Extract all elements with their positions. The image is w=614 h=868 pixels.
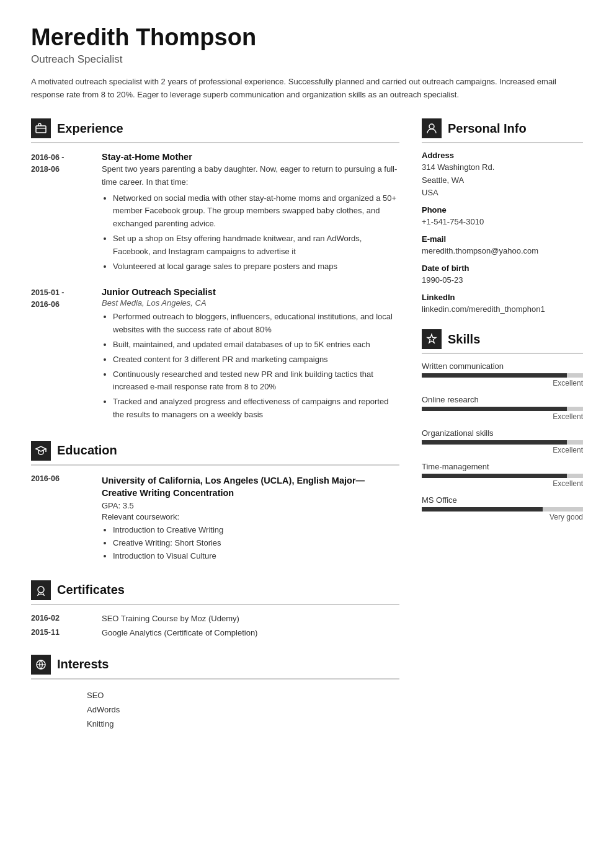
- resume-header: Meredith Thompson Outreach Specialist A …: [31, 25, 583, 101]
- edu-entry-1: 2016-06 University of California, Los An…: [31, 474, 399, 563]
- right-column: Personal Info Address 314 Washington Rd.…: [422, 118, 583, 748]
- experience-header: Experience: [31, 118, 399, 143]
- skill-level-time-mgmt: Excellent: [422, 479, 583, 488]
- education-title: Education: [57, 443, 117, 458]
- svg-rect-0: [36, 126, 46, 133]
- interests-section: Interests SEO AdWords Knitting: [31, 655, 399, 731]
- interests-title: Interests: [57, 657, 109, 671]
- list-item: Introduction to Visual Culture: [113, 550, 399, 563]
- svg-point-5: [429, 124, 434, 129]
- edu-coursework-label: Relevant coursework:: [102, 512, 399, 521]
- list-item: Volunteered at local garage sales to pre…: [113, 260, 399, 273]
- skill-name-ms-office: MS Office: [422, 495, 583, 505]
- list-item: Performed outreach to bloggers, influenc…: [113, 311, 399, 337]
- skill-bar-fill-written-comm: [422, 373, 567, 378]
- skill-ms-office: MS Office Very good: [422, 495, 583, 521]
- cert-entry-1: 2016-02 SEO Training Course by Moz (Udem…: [31, 614, 399, 623]
- info-phone-label: Phone: [422, 205, 583, 215]
- edu-gpa-1: GPA: 3.5: [102, 501, 399, 510]
- skill-bar-bg-time-mgmt: [422, 474, 583, 478]
- svg-point-2: [38, 587, 44, 593]
- skill-level-written-comm: Excellent: [422, 379, 583, 388]
- info-address: Address 314 Washington Rd.Seattle, WAUSA: [422, 151, 583, 198]
- experience-title: Experience: [57, 122, 123, 136]
- info-dob-label: Date of birth: [422, 264, 583, 273]
- candidate-title: Outreach Specialist: [31, 53, 583, 66]
- skill-level-ms-office: Very good: [422, 513, 583, 521]
- skills-header: Skills: [422, 329, 583, 354]
- skills-icon: [422, 329, 442, 349]
- list-item: Built, maintained, and updated email dat…: [113, 339, 399, 352]
- exp-company-2: Best Media, Los Angeles, CA: [102, 298, 399, 308]
- edu-bullets-1: Introduction to Creative Writing Creativ…: [102, 524, 399, 562]
- skill-time-mgmt: Time-management Excellent: [422, 462, 583, 488]
- list-item: Set up a shop on Etsy offering handmade …: [113, 232, 399, 259]
- skill-name-written-comm: Written communication: [422, 361, 583, 371]
- skill-bar-bg-ms-office: [422, 507, 583, 512]
- list-item: Introduction to Creative Writing: [113, 524, 399, 537]
- certificates-icon: [31, 580, 51, 600]
- info-linkedin-label: LinkedIn: [422, 293, 583, 302]
- edu-date-1: 2016-06: [31, 474, 87, 563]
- skill-written-comm: Written communication Excellent: [422, 361, 583, 388]
- exp-bullets-1: Networked on social media with other sta…: [102, 192, 399, 273]
- certificates-section: Certificates 2016-02 SEO Training Course…: [31, 580, 399, 637]
- experience-section: Experience 2016-06 -2018-06 Stay-at-Home…: [31, 118, 399, 423]
- exp-date-2: 2015-01 -2016-06: [31, 287, 87, 423]
- info-email-label: E-mail: [422, 234, 583, 244]
- education-header: Education: [31, 441, 399, 466]
- cert-name-1: SEO Training Course by Moz (Udemy): [102, 614, 239, 623]
- list-item: Networked on social media with other sta…: [113, 192, 399, 231]
- list-item: Tracked and analyzed progress and effect…: [113, 396, 399, 422]
- skill-org-skills: Organizational skills Excellent: [422, 428, 583, 454]
- interests-list: SEO AdWords Knitting: [31, 688, 399, 731]
- skill-name-online-research: Online research: [422, 395, 583, 404]
- education-icon: [31, 441, 51, 461]
- skill-level-online-research: Excellent: [422, 412, 583, 421]
- exp-date-1: 2016-06 -2018-06: [31, 152, 87, 275]
- personal-info-section: Personal Info Address 314 Washington Rd.…: [422, 118, 583, 316]
- certificates-title: Certificates: [57, 583, 125, 597]
- skill-online-research: Online research Excellent: [422, 395, 583, 421]
- main-layout: Experience 2016-06 -2018-06 Stay-at-Home…: [31, 118, 583, 748]
- candidate-summary: A motivated outreach specialist with 2 y…: [31, 76, 583, 102]
- skill-bar-fill-online-research: [422, 407, 567, 411]
- personal-info-header: Personal Info: [422, 118, 583, 143]
- info-phone: Phone +1-541-754-3010: [422, 205, 583, 228]
- education-section: Education 2016-06 University of Californ…: [31, 441, 399, 563]
- personal-info-title: Personal Info: [448, 122, 527, 136]
- cert-date-2: 2015-11: [31, 628, 87, 637]
- skills-title: Skills: [448, 332, 480, 347]
- skill-bar-fill-time-mgmt: [422, 474, 567, 478]
- exp-entry-1: 2016-06 -2018-06 Stay-at-Home Mother Spe…: [31, 152, 399, 275]
- skill-bar-fill-org-skills: [422, 440, 567, 445]
- edu-school-1: University of California, Los Angeles (U…: [102, 474, 399, 500]
- exp-job-title-2: Junior Outreach Specialist: [102, 287, 399, 297]
- cert-name-2: Google Analytics (Certificate of Complet…: [102, 628, 257, 637]
- skills-section: Skills Written communication Excellent O…: [422, 329, 583, 521]
- skill-bar-fill-ms-office: [422, 507, 543, 512]
- info-linkedin-value: linkedin.com/meredith_thomphon1: [422, 303, 583, 316]
- certificates-header: Certificates: [31, 580, 399, 605]
- skill-level-org-skills: Excellent: [422, 446, 583, 454]
- left-column: Experience 2016-06 -2018-06 Stay-at-Home…: [31, 118, 399, 748]
- info-dob-value: 1990-05-23: [422, 274, 583, 286]
- cert-entry-2: 2015-11 Google Analytics (Certificate of…: [31, 628, 399, 637]
- interest-item-adwords: AdWords: [31, 702, 399, 717]
- interests-header: Interests: [31, 655, 399, 680]
- info-email: E-mail meredith.thompson@yahoo.com: [422, 234, 583, 257]
- list-item: Creative Writing: Short Stories: [113, 537, 399, 550]
- interest-item-knitting: Knitting: [31, 717, 399, 731]
- skill-bar-bg-written-comm: [422, 373, 583, 378]
- personal-info-icon: [422, 118, 442, 138]
- skill-name-org-skills: Organizational skills: [422, 428, 583, 438]
- info-phone-value: +1-541-754-3010: [422, 216, 583, 228]
- exp-content-1: Stay-at-Home Mother Spent two years pare…: [102, 152, 399, 275]
- info-dob: Date of birth 1990-05-23: [422, 264, 583, 286]
- list-item: Continuously researched and tested new P…: [113, 368, 399, 394]
- list-item: Created content for 3 different PR and m…: [113, 353, 399, 366]
- exp-content-2: Junior Outreach Specialist Best Media, L…: [102, 287, 399, 423]
- candidate-name: Meredith Thompson: [31, 25, 583, 51]
- exp-job-title-1: Stay-at-Home Mother: [102, 152, 399, 162]
- exp-entry-2: 2015-01 -2016-06 Junior Outreach Special…: [31, 287, 399, 423]
